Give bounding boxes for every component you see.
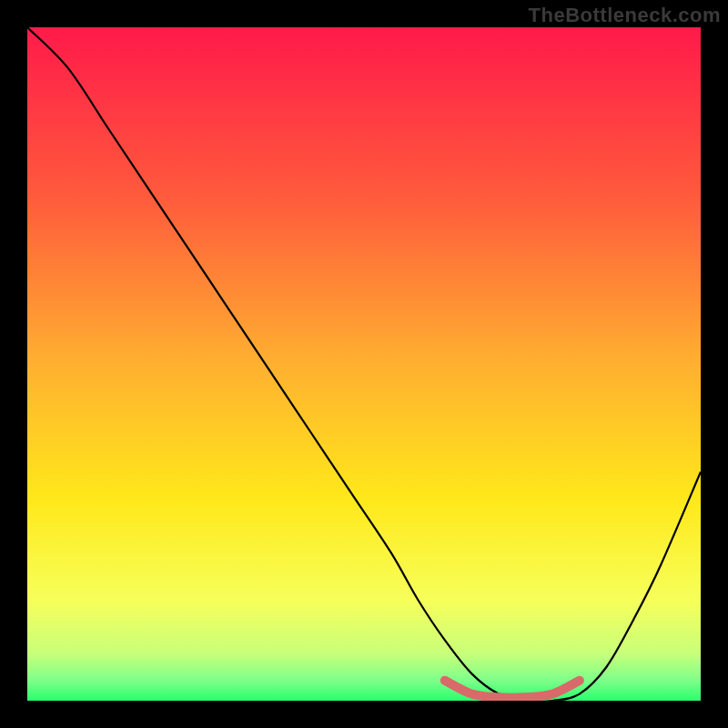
gradient-background [27,27,701,701]
plot-area [27,27,701,701]
watermark-text: TheBottleneck.com [529,4,721,27]
chart-frame: TheBottleneck.com [0,0,728,728]
chart-svg [27,27,701,701]
